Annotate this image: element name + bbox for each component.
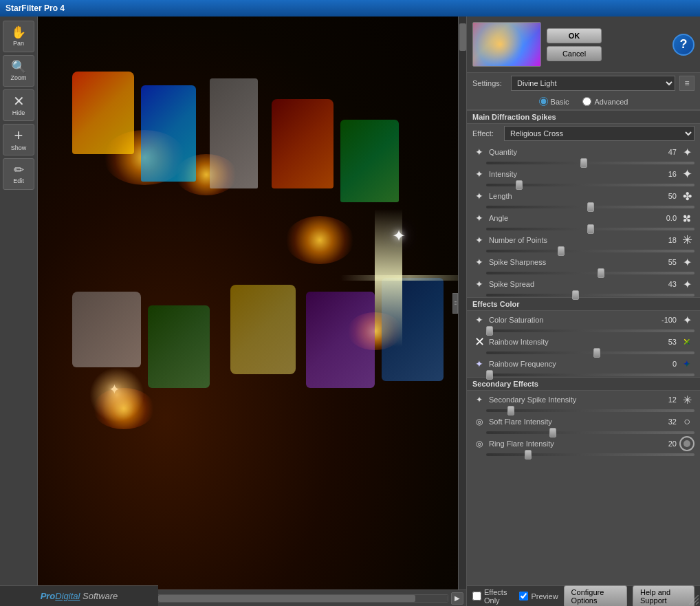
- rainbow-intensity-thumb[interactable]: [593, 348, 600, 358]
- rainbow-intensity-icon: ✕: [472, 335, 486, 349]
- angle-thumb[interactable]: [587, 224, 594, 234]
- rainbow-frequency-value: 0: [653, 360, 677, 368]
- edit-icon: ✏: [14, 164, 24, 176]
- quantity-label: Quantity: [489, 148, 650, 156]
- basic-radio-label[interactable]: Basic: [539, 97, 569, 106]
- effects-only-label[interactable]: Effects Only: [472, 588, 514, 605]
- spike-sharpness-effect-icon: ✦: [679, 255, 694, 270]
- spike-spread-slider[interactable]: [486, 294, 694, 296]
- secondary-spike-slider[interactable]: [486, 409, 694, 412]
- vertical-scrollbar[interactable]: [458, 17, 466, 589]
- num-points-label: Number of Points: [489, 236, 650, 244]
- scroll-right-btn[interactable]: ▶: [451, 592, 463, 605]
- edit-label: Edit: [13, 177, 24, 184]
- preview-checkbox[interactable]: [519, 592, 528, 600]
- soft-flare-thumb[interactable]: [549, 428, 556, 437]
- pan-tool[interactable]: ✋ Pan: [3, 21, 34, 52]
- intensity-thumb[interactable]: [516, 180, 523, 190]
- horizontal-scrollbar[interactable]: [125, 594, 448, 603]
- secondary-effects-header: Secondary Effects: [467, 377, 700, 391]
- settings-dropdown[interactable]: Divine Light Star Cross Snowflake: [511, 76, 675, 91]
- hide-label: Hide: [12, 109, 25, 116]
- length-thumb[interactable]: [587, 202, 594, 212]
- jar-2: [141, 85, 196, 182]
- secondary-spike-value: 12: [653, 396, 677, 404]
- advanced-radio[interactable]: [582, 97, 591, 106]
- spike-sharpness-thumb[interactable]: [598, 268, 604, 278]
- ring-flare-icon: ◎: [472, 437, 486, 451]
- num-points-thumb[interactable]: [558, 246, 565, 256]
- quantity-slider[interactable]: [486, 162, 694, 164]
- jar-6: [72, 292, 141, 367]
- drag-handle[interactable]: [452, 293, 458, 314]
- advanced-radio-label[interactable]: Advanced: [582, 97, 628, 106]
- edit-tool[interactable]: ✏ Edit: [3, 158, 34, 190]
- effects-color-header: Effects Color: [467, 297, 700, 311]
- canvas-area: ✦ ✦ − + 71.36% ▼ ▶: [38, 17, 466, 606]
- spike-spread-row: ✦ Spike Spread 43 ✦: [467, 275, 700, 293]
- jar-4: [272, 99, 333, 188]
- angle-slider[interactable]: [486, 228, 694, 230]
- num-points-slider[interactable]: [486, 250, 694, 252]
- spike-horizontal: [340, 275, 466, 281]
- ring-flare-slider[interactable]: [486, 453, 694, 456]
- hide-tool[interactable]: ✕ Hide: [3, 89, 34, 121]
- rainbow-frequency-thumb[interactable]: [486, 370, 493, 380]
- app-title: StarFilter Pro 4: [6, 3, 65, 13]
- spike-sharpness-slider[interactable]: [486, 272, 694, 274]
- color-saturation-thumb[interactable]: [486, 326, 493, 336]
- spike-sharpness-icon: ✦: [472, 255, 486, 269]
- basic-radio[interactable]: [539, 97, 548, 106]
- spike-spread-label: Spike Spread: [489, 280, 650, 288]
- spike-spread-thumb[interactable]: [572, 290, 579, 300]
- help-button[interactable]: ?: [672, 34, 694, 56]
- jar-3: [210, 78, 258, 188]
- color-saturation-icon: ✦: [472, 313, 486, 327]
- preview-label[interactable]: Preview: [519, 592, 558, 600]
- canvas-scroll[interactable]: ✦ ✦: [38, 17, 466, 589]
- settings-menu-btn[interactable]: ≡: [679, 76, 694, 91]
- color-saturation-value: -100: [653, 316, 677, 324]
- ok-cancel-group: OK Cancel: [547, 28, 602, 61]
- jar-8: [230, 285, 296, 374]
- ring-flare-thumb[interactable]: [525, 450, 532, 459]
- soft-flare-slider[interactable]: [486, 431, 694, 434]
- canvas-image[interactable]: ✦ ✦: [38, 17, 466, 589]
- ring-flare-effect-icon: [679, 436, 694, 451]
- zoom-tool[interactable]: 🔍 Zoom: [3, 55, 34, 87]
- intensity-slider[interactable]: [486, 184, 694, 186]
- v-scrollbar-thumb[interactable]: [459, 23, 466, 51]
- cancel-button[interactable]: Cancel: [547, 46, 602, 61]
- quantity-thumb[interactable]: [580, 158, 587, 168]
- quantity-effect-icon: ✦: [679, 144, 694, 160]
- canvas-background: ✦ ✦: [38, 17, 466, 589]
- resize-handle[interactable]: [689, 595, 699, 605]
- ok-button[interactable]: OK: [547, 28, 602, 43]
- title-bar: StarFilter Pro 4: [0, 0, 700, 17]
- panel-scroll[interactable]: Main Diffraction Spikes Effect: Religiou…: [467, 110, 700, 585]
- rainbow-intensity-value: 53: [653, 338, 677, 346]
- secondary-spike-thumb[interactable]: [507, 406, 514, 415]
- color-saturation-slider[interactable]: [486, 329, 694, 332]
- rainbow-frequency-slider[interactable]: [486, 374, 694, 376]
- advanced-label: Advanced: [594, 98, 628, 106]
- rainbow-frequency-label: Rainbow Frequency: [489, 360, 650, 368]
- rainbow-intensity-slider[interactable]: [486, 351, 694, 354]
- right-panel: OK Cancel ? Settings: Divine Light Star …: [466, 17, 700, 606]
- effect-dropdown[interactable]: Religious Cross Star Custom: [504, 126, 694, 141]
- num-points-effect-icon: ✳: [679, 232, 694, 248]
- spike-sharpness-label: Spike Sharpness: [489, 258, 650, 266]
- show-tool[interactable]: + Show: [3, 124, 34, 155]
- show-label: Show: [11, 144, 27, 151]
- rainbow-intensity-effect-icon: ✕: [679, 334, 694, 349]
- soft-flare-label: Soft Flare Intensity: [489, 418, 650, 426]
- length-slider[interactable]: [486, 206, 694, 208]
- effects-only-checkbox[interactable]: [472, 592, 481, 600]
- h-scrollbar-thumb[interactable]: [158, 595, 415, 602]
- length-label: Length: [489, 192, 650, 200]
- intensity-icon: ✦: [472, 167, 486, 181]
- color-saturation-label: Color Saturation: [489, 316, 650, 324]
- configure-options-btn[interactable]: Configure Options: [564, 585, 627, 607]
- help-support-btn[interactable]: Help and Support: [633, 585, 694, 607]
- preview-area: OK Cancel ?: [467, 17, 700, 73]
